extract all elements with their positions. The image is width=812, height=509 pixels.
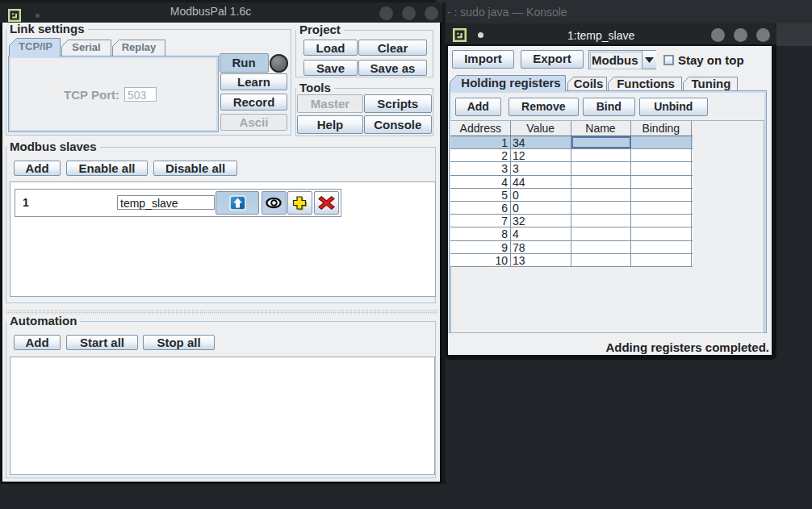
svg-text:Functions: Functions [617, 77, 675, 90]
svg-text:TCP/IP: TCP/IP [19, 40, 52, 52]
svg-text:Tuning: Tuning [692, 77, 731, 90]
svg-text:Replay: Replay [122, 41, 157, 53]
svg-text:Coils: Coils [574, 77, 604, 90]
svg-text:Serial: Serial [72, 41, 100, 53]
svg-text:Holding registers: Holding registers [461, 76, 560, 90]
